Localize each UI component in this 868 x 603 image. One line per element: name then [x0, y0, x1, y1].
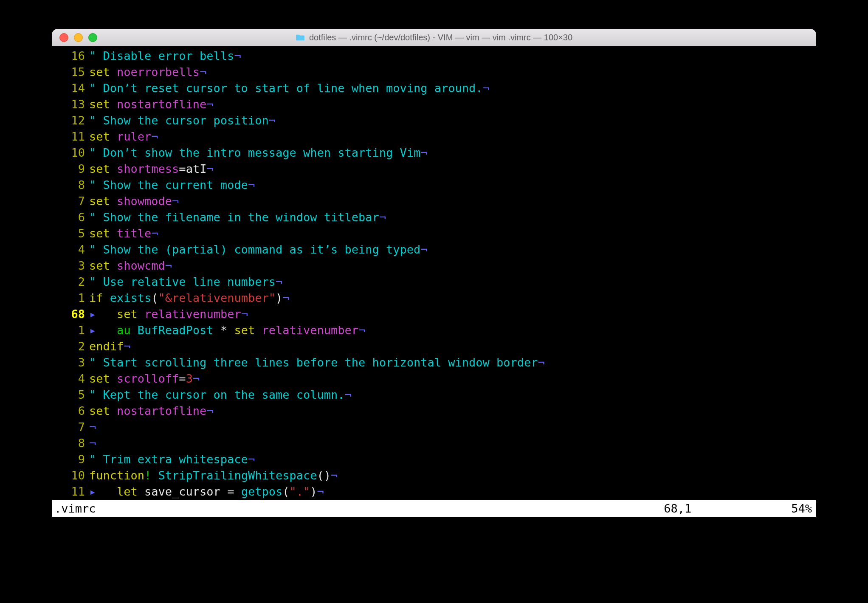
line-content: " Disable error bells¬ [89, 48, 241, 64]
eol-marker: ¬ [206, 162, 213, 175]
minimize-button[interactable] [74, 33, 83, 42]
code-line[interactable]: 68▸ set relativenumber¬ [52, 306, 816, 322]
status-file-name: .vimrc [54, 502, 664, 515]
line-number: 12 [54, 113, 89, 129]
line-number: 2 [54, 338, 89, 355]
code-line[interactable]: 9" Trim extra whitespace¬ [52, 451, 816, 468]
line-number: 1 [54, 322, 89, 338]
code-line[interactable]: 3" Start scrolling three lines before th… [52, 355, 816, 371]
eol-marker: ¬ [317, 485, 324, 498]
tab-marker: ▸ [89, 324, 117, 337]
line-number: 9 [54, 161, 89, 177]
line-number: 4 [54, 371, 89, 387]
line-content: set scrolloff=3¬ [89, 371, 200, 387]
code-line[interactable]: 7¬ [52, 419, 816, 435]
line-number: 3 [54, 355, 89, 371]
line-number: 7 [54, 419, 89, 435]
code-line[interactable]: 13set nostartofline¬ [52, 96, 816, 113]
eol-marker: ¬ [483, 82, 490, 95]
code-line[interactable]: 5set title¬ [52, 225, 816, 242]
line-content: ¬ [89, 435, 96, 451]
window-title: dotfiles — .vimrc (~/dev/dotfiles) - VIM… [52, 33, 816, 42]
tab-marker: ▸ [89, 307, 117, 321]
status-position: 68,1 [664, 502, 791, 515]
code-line[interactable]: 6" Show the filename in the window title… [52, 209, 816, 225]
editor-viewport[interactable]: 16" Disable error bells¬15set noerrorbel… [52, 46, 816, 500]
line-number: 9 [54, 451, 89, 468]
line-content: function! StripTrailingWhitespace()¬ [89, 468, 338, 484]
line-content: ¬ [89, 419, 96, 435]
desktop: dotfiles — .vimrc (~/dev/dotfiles) - VIM… [0, 0, 868, 603]
zoom-button[interactable] [88, 33, 97, 42]
title-bar[interactable]: dotfiles — .vimrc (~/dev/dotfiles) - VIM… [52, 29, 816, 46]
line-number: 3 [54, 258, 89, 274]
command-line[interactable] [52, 517, 816, 539]
code-line[interactable]: 10function! StripTrailingWhitespace()¬ [52, 468, 816, 484]
code-line[interactable]: 10" Don’t show the intro message when st… [52, 145, 816, 161]
code-line[interactable]: 15set noerrorbells¬ [52, 64, 816, 80]
eol-marker: ¬ [420, 243, 427, 256]
line-number: 1 [54, 290, 89, 306]
code-line[interactable]: 7set showmode¬ [52, 193, 816, 209]
line-content: " Show the cursor position¬ [89, 113, 276, 129]
code-line[interactable]: 6set nostartofline¬ [52, 403, 816, 419]
line-number: 13 [54, 96, 89, 113]
eol-marker: ¬ [172, 194, 179, 208]
code-line[interactable]: 2" Use relative line numbers¬ [52, 274, 816, 290]
eol-marker: ¬ [151, 227, 158, 240]
line-number: 15 [54, 64, 89, 80]
eol-marker: ¬ [200, 65, 206, 79]
traffic-lights [52, 33, 97, 42]
line-content: set title¬ [89, 225, 158, 242]
line-number: 14 [54, 80, 89, 96]
line-content: " Show the (partial) command as it’s bei… [89, 242, 428, 258]
line-number: 8 [54, 177, 89, 193]
code-line[interactable]: 1▸ au BufReadPost * set relativenumber¬ [52, 322, 816, 338]
code-line[interactable]: 4" Show the (partial) command as it’s be… [52, 242, 816, 258]
eol-marker: ¬ [379, 211, 386, 224]
line-number: 68 [54, 306, 89, 322]
code-line[interactable]: 12" Show the cursor position¬ [52, 113, 816, 129]
line-content: ▸ set relativenumber¬ [89, 306, 248, 322]
line-content: set nostartofline¬ [89, 96, 214, 113]
eol-marker: ¬ [89, 437, 96, 450]
code-line[interactable]: 5" Kept the cursor on the same column.¬ [52, 387, 816, 403]
eol-marker: ¬ [165, 259, 172, 272]
code-line[interactable]: 1if exists("&relativenumber")¬ [52, 290, 816, 306]
line-number: 6 [54, 209, 89, 225]
code-line[interactable]: 3set showcmd¬ [52, 258, 816, 274]
line-number: 5 [54, 225, 89, 242]
line-content: ▸ au BufReadPost * set relativenumber¬ [89, 322, 365, 338]
eol-marker: ¬ [241, 307, 248, 321]
line-number: 10 [54, 468, 89, 484]
code-line[interactable]: 2endif¬ [52, 338, 816, 355]
close-button[interactable] [59, 33, 68, 42]
line-number: 5 [54, 387, 89, 403]
code-line[interactable]: 9set shortmess=atI¬ [52, 161, 816, 177]
eol-marker: ¬ [282, 291, 289, 304]
line-number: 11 [54, 484, 89, 500]
code-line[interactable]: 14" Don’t reset cursor to start of line … [52, 80, 816, 96]
line-content: set ruler¬ [89, 129, 158, 145]
line-content: " Show the filename in the window titleb… [89, 209, 386, 225]
eol-marker: ¬ [420, 146, 427, 159]
code-line[interactable]: 16" Disable error bells¬ [52, 48, 816, 64]
line-content: " Start scrolling three lines before the… [89, 355, 545, 371]
code-line[interactable]: 4set scrolloff=3¬ [52, 371, 816, 387]
line-content: set nostartofline¬ [89, 403, 214, 419]
line-number: 16 [54, 48, 89, 64]
eol-marker: ¬ [538, 356, 545, 369]
eol-marker: ¬ [276, 275, 282, 288]
eol-marker: ¬ [344, 388, 351, 401]
eol-marker: ¬ [124, 340, 130, 353]
eol-marker: ¬ [248, 453, 255, 466]
line-number: 6 [54, 403, 89, 419]
line-content: set showmode¬ [89, 193, 179, 209]
code-line[interactable]: 8¬ [52, 435, 816, 451]
code-line[interactable]: 8" Show the current mode¬ [52, 177, 816, 193]
status-percent: 54% [791, 502, 814, 515]
code-line[interactable]: 11▸ let save_cursor = getpos(".")¬ [52, 484, 816, 500]
line-number: 11 [54, 129, 89, 145]
code-line[interactable]: 11set ruler¬ [52, 129, 816, 145]
eol-marker: ¬ [234, 49, 241, 62]
